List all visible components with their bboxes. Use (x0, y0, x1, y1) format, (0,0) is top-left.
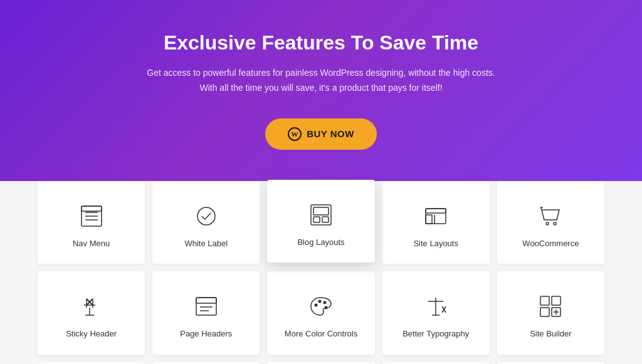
sticky-header-label: Sticky Header (66, 329, 117, 340)
feature-card-page-headers[interactable]: Page Headers (152, 271, 260, 355)
page-headers-label: Page Headers (180, 329, 232, 340)
svg-point-31 (323, 301, 326, 304)
feature-card-white-label[interactable]: White Label (152, 181, 260, 264)
svg-rect-4 (82, 206, 102, 211)
svg-point-5 (197, 207, 215, 225)
hero-title: Exclusive Features To Save Time (13, 31, 629, 55)
hero-subtitle: Get access to powerful features for pain… (145, 66, 497, 96)
site-layouts-label: Site Layouts (413, 239, 458, 249)
site-builder-label: Site Builder (530, 329, 571, 340)
svg-point-29 (314, 304, 317, 307)
svg-rect-38 (540, 296, 549, 305)
nav-menu-label: Nav Menu (73, 239, 110, 249)
svg-rect-40 (540, 308, 549, 316)
woocommerce-icon (535, 201, 566, 231)
white-label-label: White Label (184, 239, 228, 249)
feature-card-sticky-header[interactable]: Sticky Header (38, 271, 145, 355)
svg-rect-12 (426, 215, 432, 224)
svg-rect-11 (426, 209, 446, 213)
svg-point-32 (324, 306, 327, 309)
svg-rect-39 (552, 296, 560, 305)
blog-layouts-label: Blog Layouts (297, 237, 344, 248)
svg-rect-10 (426, 209, 446, 224)
feature-card-site-layouts[interactable]: Site Layouts (382, 181, 490, 264)
svg-rect-7 (313, 207, 329, 215)
buy-now-label: BUY NOW (307, 128, 354, 139)
feature-card-blog-layouts[interactable]: Blog Layouts (267, 180, 374, 263)
feature-card-nav-menu[interactable]: Nav Menu (38, 181, 145, 264)
more-color-controls-icon (306, 291, 336, 321)
wordpress-icon: W (288, 127, 302, 141)
feature-card-woocommerce[interactable]: WooCommerce (497, 181, 604, 264)
svg-rect-26 (196, 298, 216, 303)
site-builder-icon (535, 291, 566, 321)
page-headers-icon (191, 291, 221, 321)
nav-menu-icon (76, 201, 107, 231)
better-typography-icon (421, 291, 451, 321)
feature-card-more-color-controls[interactable]: More Color Controls (267, 271, 374, 355)
feature-card-better-typography[interactable]: Better Typography (382, 271, 490, 355)
feature-card-site-builder[interactable]: Site Builder (497, 271, 604, 355)
white-label-icon (191, 201, 221, 231)
svg-rect-8 (313, 217, 320, 222)
features-grid: Nav Menu White Label Blog (38, 181, 604, 364)
blog-layouts-icon (306, 200, 336, 230)
svg-point-15 (554, 222, 556, 225)
svg-rect-25 (196, 298, 216, 315)
svg-point-14 (546, 222, 549, 225)
buy-now-button[interactable]: W BUY NOW (265, 118, 377, 150)
features-section: Nav Menu White Label Blog (0, 181, 642, 364)
svg-point-30 (318, 300, 321, 303)
site-layouts-icon (421, 201, 451, 231)
more-color-controls-label: More Color Controls (285, 329, 357, 340)
svg-rect-9 (322, 217, 329, 222)
better-typography-label: Better Typography (403, 329, 469, 340)
woocommerce-label: WooCommerce (522, 239, 579, 249)
sticky-header-icon (76, 291, 107, 321)
